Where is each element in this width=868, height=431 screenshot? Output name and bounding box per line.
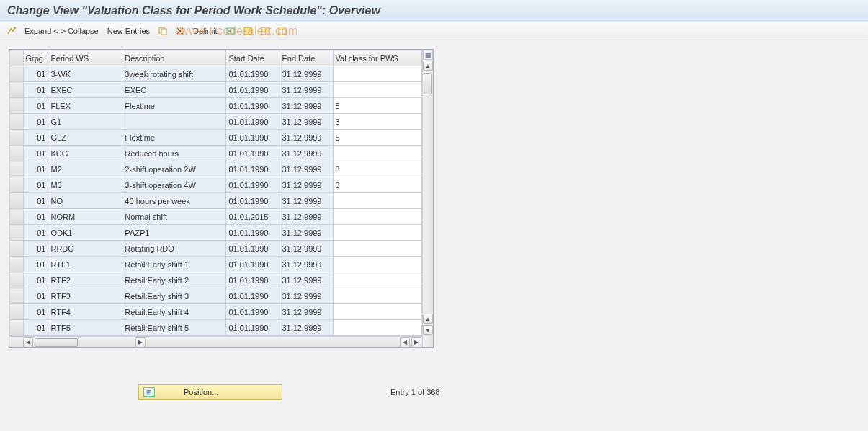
table-row: 01RTF2Retail:Early shift 201.01.199031.1… (10, 272, 422, 288)
row-selector[interactable] (10, 225, 24, 241)
delete-icon[interactable] (174, 25, 186, 37)
row-selector[interactable] (10, 177, 24, 193)
cell-val-class[interactable]: 3 (333, 161, 422, 177)
row-selector[interactable] (10, 241, 24, 257)
table-header-row: Grpg Period WS Description Start Date En… (10, 50, 422, 66)
copy-icon[interactable] (157, 25, 169, 37)
new-entries-button[interactable]: New Entries (106, 25, 151, 37)
deselect-all-icon[interactable] (277, 25, 288, 37)
select-all-icon[interactable] (242, 25, 254, 37)
row-selector[interactable] (10, 66, 24, 82)
col-val-class[interactable]: Val.class for PWS (333, 50, 422, 66)
svg-rect-10 (279, 27, 286, 30)
col-grpg[interactable]: Grpg (23, 50, 48, 66)
cell-start-date: 01.01.1990 (226, 146, 279, 161)
vscroll-thumb[interactable] (424, 73, 432, 94)
cell-val-class[interactable] (333, 272, 422, 288)
cell-end-date: 31.12.9999 (279, 193, 333, 209)
cell-val-class[interactable] (333, 320, 422, 336)
hscroll-track[interactable] (34, 337, 135, 347)
horizontal-scrollbar[interactable]: ◀ ▶ ◀ ▶ (9, 336, 422, 347)
toolbar: Expand <-> Collapse New Entries Delimit … (0, 22, 868, 40)
cell-grpg: 01 (23, 304, 48, 320)
col-description[interactable]: Description (122, 50, 226, 66)
cell-val-class[interactable]: 3 (333, 177, 422, 193)
table-settings-icon[interactable]: ▦ (423, 50, 433, 60)
vscroll-track[interactable] (423, 71, 433, 313)
cell-start-date: 01.01.1990 (226, 193, 279, 209)
cell-end-date: 31.12.9999 (279, 98, 333, 114)
cell-end-date: 31.12.9999 (279, 177, 333, 193)
row-selector[interactable] (10, 114, 24, 130)
expand-collapse-button[interactable]: Expand <-> Collapse (23, 25, 100, 37)
hscroll-right2-icon[interactable]: ▶ (411, 337, 421, 347)
cell-start-date: 01.01.1990 (226, 272, 279, 288)
table-row: 01GLZFlextime01.01.199031.12.99995 (10, 130, 422, 146)
cell-val-class[interactable] (333, 257, 422, 272)
table-row: 01EXECEXEC01.01.199031.12.9999 (10, 82, 422, 98)
col-end-date[interactable]: End Date (279, 50, 333, 66)
cell-grpg: 01 (23, 225, 48, 241)
cell-start-date: 01.01.1990 (226, 241, 279, 257)
vscroll-up-icon[interactable]: ▲ (423, 61, 433, 71)
hscroll-right-icon[interactable]: ▶ (135, 337, 146, 347)
hscroll-left2-icon[interactable]: ◀ (400, 337, 410, 347)
col-period-ws[interactable]: Period WS (48, 50, 122, 66)
row-selector[interactable] (10, 272, 24, 288)
cell-val-class[interactable] (333, 304, 422, 320)
table-wrapper: Grpg Period WS Description Start Date En… (9, 49, 434, 348)
row-selector[interactable] (10, 130, 24, 146)
row-selector[interactable] (10, 209, 24, 225)
row-selector[interactable] (10, 161, 24, 177)
cell-val-class[interactable] (333, 209, 422, 225)
cell-end-date: 31.12.9999 (279, 225, 333, 241)
position-icon: ⊞ (143, 387, 155, 397)
cell-val-class[interactable]: 5 (333, 98, 422, 114)
cell-start-date: 01.01.1990 (226, 66, 279, 82)
valuation-table: Grpg Period WS Description Start Date En… (9, 50, 422, 336)
cell-grpg: 01 (23, 288, 48, 304)
col-start-date[interactable]: Start Date (226, 50, 279, 66)
position-button[interactable]: ⊞ Position... (138, 384, 282, 400)
cell-period-ws: RTF5 (48, 320, 122, 336)
undo-icon[interactable] (225, 25, 236, 37)
cell-period-ws: RTF3 (48, 288, 122, 304)
vscroll-down-icon[interactable]: ▼ (423, 325, 433, 335)
cell-val-class[interactable] (333, 193, 422, 209)
cell-val-class[interactable] (333, 288, 422, 304)
vertical-scrollbar[interactable]: ▦ ▲ ▲ ▼ (422, 50, 433, 347)
select-all-header[interactable] (10, 50, 24, 66)
cell-description: 3-shift operation 4W (122, 177, 226, 193)
cell-val-class[interactable] (333, 82, 422, 98)
cell-val-class[interactable] (333, 241, 422, 257)
cell-val-class[interactable] (333, 146, 422, 161)
table-row: 01ODK1PAZP101.01.199031.12.9999 (10, 225, 422, 241)
hscroll-thumb[interactable] (35, 338, 78, 347)
cell-period-ws: RTF4 (48, 304, 122, 320)
row-selector[interactable] (10, 304, 24, 320)
cell-start-date: 01.01.1990 (226, 161, 279, 177)
cell-val-class[interactable]: 5 (333, 130, 422, 146)
select-block-icon[interactable] (259, 25, 271, 37)
row-selector[interactable] (10, 146, 24, 161)
cell-val-class[interactable]: 3 (333, 114, 422, 130)
hscroll-left-icon[interactable]: ◀ (23, 337, 33, 347)
title-bar: Change View "Valuation Class for Period … (0, 0, 868, 22)
row-selector[interactable] (10, 98, 24, 114)
delimit-button[interactable]: Delimit (192, 25, 219, 37)
row-selector[interactable] (10, 288, 24, 304)
row-selector[interactable] (10, 193, 24, 209)
row-selector[interactable] (10, 82, 24, 98)
cell-description: Flextime (122, 98, 226, 114)
vscroll-line-up-icon[interactable]: ▲ (423, 314, 433, 324)
cell-val-class[interactable] (333, 66, 422, 82)
cell-start-date: 01.01.2015 (226, 209, 279, 225)
row-selector[interactable] (10, 257, 24, 272)
cell-start-date: 01.01.1990 (226, 82, 279, 98)
cell-end-date: 31.12.9999 (279, 241, 333, 257)
cell-val-class[interactable] (333, 225, 422, 241)
row-selector[interactable] (10, 320, 24, 336)
toggle-display-icon[interactable] (6, 25, 17, 37)
table-row: 01M22-shift operation 2W01.01.199031.12.… (10, 161, 422, 177)
cell-period-ws: RRDO (48, 241, 122, 257)
